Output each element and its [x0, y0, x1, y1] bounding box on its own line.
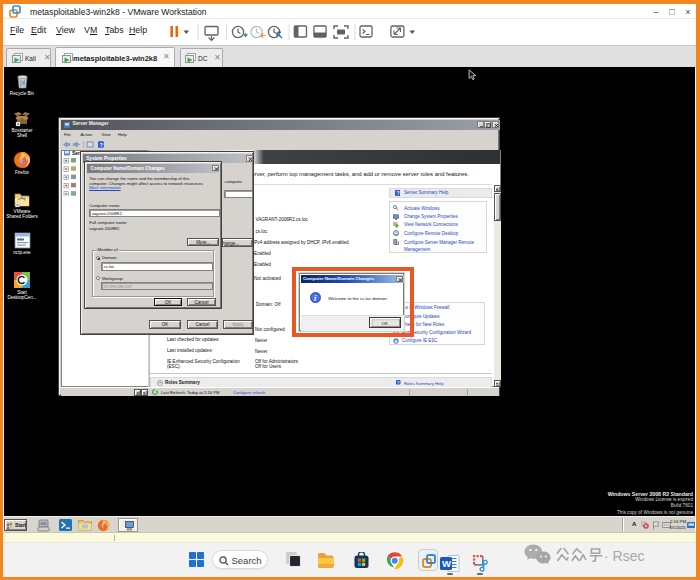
svg-text:e: e	[394, 338, 397, 344]
svg-text:W: W	[442, 558, 451, 569]
svg-text:?: ?	[100, 142, 104, 148]
svg-text:?: ?	[396, 190, 399, 196]
